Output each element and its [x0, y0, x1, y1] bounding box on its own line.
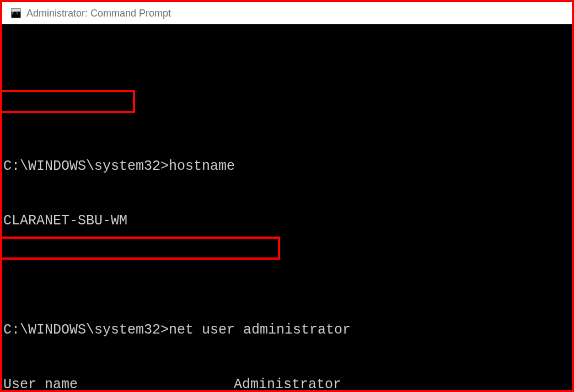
screenshot-frame: C:\ Administrator: Command Prompt C:\WIN… [0, 0, 574, 392]
terminal-content: C:\WINDOWS\system32>hostname CLARANET-SB… [2, 66, 572, 390]
command-hostname: hostname [169, 158, 235, 174]
hostname-output: CLARANET-SBU-WM [2, 212, 572, 230]
command-net-user: net user administrator [169, 322, 351, 338]
prompt-path: C:\WINDOWS\system32> [3, 322, 169, 338]
terminal-body[interactable]: C:\WINDOWS\system32>hostname CLARANET-SB… [2, 24, 572, 390]
window-title: Administrator: Command Prompt [26, 8, 171, 19]
cmd-prompt-icon: C:\ [11, 8, 21, 18]
row-user-name: User nameAdministrator [2, 375, 572, 390]
annotation-highlight-account-active [2, 237, 280, 260]
window-titlebar: C:\ Administrator: Command Prompt [2, 2, 572, 24]
prompt-path: C:\WINDOWS\system32> [3, 158, 169, 174]
